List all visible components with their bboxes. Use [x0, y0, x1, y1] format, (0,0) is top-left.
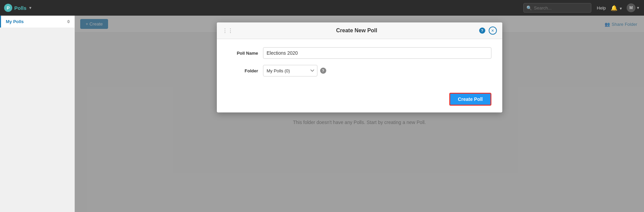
modal-close-button[interactable]: ×: [489, 26, 497, 35]
modal-help-icon[interactable]: ?: [479, 28, 485, 34]
content-area: + Create 👥 Share Folder This folder does…: [75, 16, 644, 212]
modal-header: ⋮⋮ Create New Poll ? ×: [217, 22, 502, 39]
poll-name-label: Poll Name: [228, 51, 258, 56]
poll-name-input[interactable]: [263, 47, 491, 59]
create-poll-modal: ⋮⋮ Create New Poll ? × Poll Name: [217, 22, 502, 112]
modal-drag-handle[interactable]: ⋮⋮: [222, 28, 233, 34]
brand-logo[interactable]: P Polls ▼: [4, 4, 32, 12]
notifications-bell[interactable]: 🔔 ▼: [611, 5, 623, 11]
help-link[interactable]: Help: [597, 5, 606, 11]
search-input[interactable]: [534, 5, 588, 11]
folder-select[interactable]: My Polls (0): [263, 65, 317, 76]
user-dropdown-arrow[interactable]: ▼: [636, 6, 640, 10]
modal-body: Poll Name Folder My Polls (0) ?: [217, 39, 502, 89]
brand-dropdown-arrow[interactable]: ▼: [29, 6, 32, 10]
sidebar-item-count: 0: [67, 19, 70, 24]
brand-icon: P: [4, 4, 12, 12]
sidebar-item-my-polls[interactable]: My Polls 0: [0, 16, 74, 28]
folder-help-icon[interactable]: ?: [320, 68, 326, 74]
search-icon: 🔍: [526, 5, 532, 11]
poll-name-row: Poll Name: [228, 47, 491, 59]
folder-row: Folder My Polls (0) ?: [228, 65, 491, 76]
sidebar: My Polls 0: [0, 16, 75, 212]
modal-title: Create New Poll: [237, 28, 477, 34]
sidebar-item-label: My Polls: [6, 19, 67, 24]
modal-footer: Create Poll: [217, 89, 502, 112]
create-poll-submit-button[interactable]: Create Poll: [449, 93, 491, 106]
folder-select-wrapper: My Polls (0) ?: [263, 65, 326, 76]
notification-dropdown-arrow[interactable]: ▼: [619, 6, 623, 11]
user-avatar[interactable]: M: [627, 3, 636, 12]
folder-label: Folder: [228, 68, 258, 73]
modal-backdrop: ⋮⋮ Create New Poll ? × Poll Name: [75, 16, 644, 212]
brand-label: Polls: [14, 5, 27, 11]
main-content: My Polls 0 + Create 👥 Share Folder This …: [0, 16, 644, 212]
navbar: P Polls ▼ 🔍 Help 🔔 ▼ M ▼: [0, 0, 644, 16]
search-box[interactable]: 🔍: [523, 3, 591, 13]
